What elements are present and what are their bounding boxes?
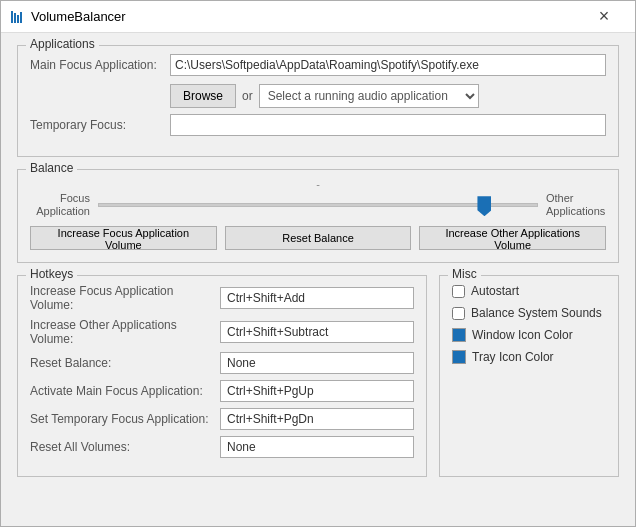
misc-color-swatch[interactable]: [452, 328, 466, 342]
balance-slider-thumb[interactable]: [477, 196, 491, 216]
hotkey-input[interactable]: [220, 352, 414, 374]
misc-item-label: Window Icon Color: [472, 328, 573, 342]
misc-item: Balance System Sounds: [452, 306, 606, 320]
hotkey-label: Set Temporary Focus Application:: [30, 412, 220, 426]
increase-focus-button[interactable]: Increase Focus Application Volume: [30, 226, 217, 250]
hotkey-input[interactable]: [220, 380, 414, 402]
temporary-focus-input[interactable]: [170, 114, 606, 136]
misc-item-label: Balance System Sounds: [471, 306, 602, 320]
hotkey-input[interactable]: [220, 287, 414, 309]
reset-balance-button[interactable]: Reset Balance: [225, 226, 412, 250]
temporary-focus-row: Temporary Focus:: [30, 114, 606, 136]
misc-checkbox[interactable]: [452, 285, 465, 298]
increase-other-button[interactable]: Increase Other Applications Volume: [419, 226, 606, 250]
hotkey-label: Increase Focus Application Volume:: [30, 284, 220, 312]
balance-group: Balance - FocusApplication OtherApplicat…: [17, 169, 619, 263]
hotkey-label: Reset Balance:: [30, 356, 220, 370]
main-focus-input[interactable]: [170, 54, 606, 76]
hotkey-row: Set Temporary Focus Application:: [30, 408, 414, 430]
other-apps-label: OtherApplications: [546, 192, 606, 218]
svg-rect-0: [11, 11, 13, 23]
balance-slider-wrapper: FocusApplication OtherApplications: [30, 192, 606, 218]
balance-center-label: -: [30, 178, 606, 190]
misc-group-label: Misc: [448, 267, 481, 281]
audio-app-dropdown[interactable]: Select a running audio application: [259, 84, 479, 108]
hotkey-input[interactable]: [220, 436, 414, 458]
bottom-section: Hotkeys Increase Focus Application Volum…: [17, 275, 619, 489]
misc-checkbox[interactable]: [452, 307, 465, 320]
misc-item: Tray Icon Color: [452, 350, 606, 364]
title-bar: VolumeBalancer ×: [1, 1, 635, 33]
focus-app-label: FocusApplication: [30, 192, 90, 218]
misc-color-swatch[interactable]: [452, 350, 466, 364]
browse-button[interactable]: Browse: [170, 84, 236, 108]
hotkey-label: Activate Main Focus Application:: [30, 384, 220, 398]
hotkeys-group: Hotkeys Increase Focus Application Volum…: [17, 275, 427, 477]
main-window: VolumeBalancer × Applications Main Focus…: [0, 0, 636, 527]
close-button[interactable]: ×: [581, 1, 627, 33]
misc-container: AutostartBalance System SoundsWindow Ico…: [452, 284, 606, 364]
main-focus-label: Main Focus Application:: [30, 58, 170, 72]
svg-rect-3: [20, 12, 22, 23]
temporary-focus-label: Temporary Focus:: [30, 118, 170, 132]
hotkey-input[interactable]: [220, 321, 414, 343]
misc-group: Misc AutostartBalance System SoundsWindo…: [439, 275, 619, 477]
main-focus-row: Main Focus Application:: [30, 54, 606, 76]
hotkey-input[interactable]: [220, 408, 414, 430]
hotkeys-group-label: Hotkeys: [26, 267, 77, 281]
hotkey-row: Increase Focus Application Volume:: [30, 284, 414, 312]
hotkey-label: Increase Other Applications Volume:: [30, 318, 220, 346]
app-icon: [9, 9, 25, 25]
applications-group-label: Applications: [26, 37, 99, 51]
hotkey-row: Increase Other Applications Volume:: [30, 318, 414, 346]
or-text: or: [242, 89, 253, 103]
hotkey-label: Reset All Volumes:: [30, 440, 220, 454]
balance-group-label: Balance: [26, 161, 77, 175]
misc-item: Autostart: [452, 284, 606, 298]
balance-buttons: Increase Focus Application Volume Reset …: [30, 226, 606, 250]
misc-item-label: Tray Icon Color: [472, 350, 554, 364]
hotkey-row: Activate Main Focus Application:: [30, 380, 414, 402]
browse-row: Browse or Select a running audio applica…: [170, 84, 606, 108]
misc-item: Window Icon Color: [452, 328, 606, 342]
svg-rect-2: [17, 15, 19, 23]
hotkey-row: Reset All Volumes:: [30, 436, 414, 458]
content-area: Applications Main Focus Application: Bro…: [1, 33, 635, 526]
balance-slider-track[interactable]: [98, 203, 538, 207]
hotkey-row: Reset Balance:: [30, 352, 414, 374]
window-title: VolumeBalancer: [31, 9, 581, 24]
hotkeys-container: Increase Focus Application Volume:Increa…: [30, 284, 414, 458]
svg-rect-1: [14, 13, 16, 23]
misc-item-label: Autostart: [471, 284, 519, 298]
applications-group: Applications Main Focus Application: Bro…: [17, 45, 619, 157]
